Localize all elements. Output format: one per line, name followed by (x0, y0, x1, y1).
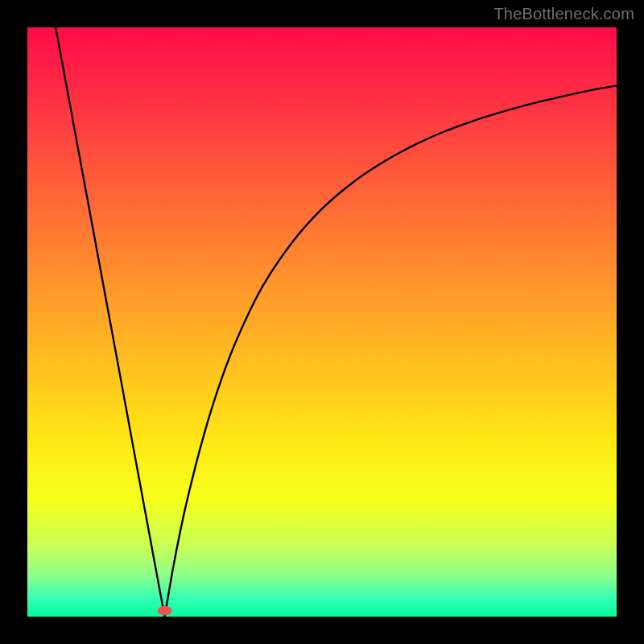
optimal-point-marker (158, 606, 172, 616)
gradient-background (27, 27, 617, 617)
chart-frame: TheBottleneck.com (0, 0, 644, 644)
bottleneck-chart (27, 27, 617, 617)
watermark-text: TheBottleneck.com (493, 5, 634, 23)
marker-layer (158, 606, 172, 616)
